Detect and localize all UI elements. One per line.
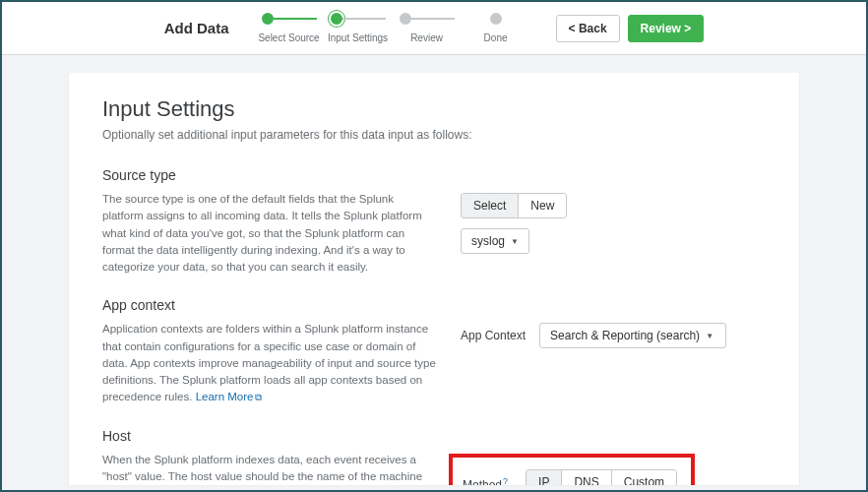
wizard-connector bbox=[342, 18, 386, 20]
host-method-ip-button[interactable]: IP bbox=[526, 469, 562, 487]
wizard-dot bbox=[400, 13, 411, 25]
host-text: When the Splunk platform indexes data, e… bbox=[102, 454, 422, 487]
wizard-step-done: Done bbox=[462, 13, 530, 43]
app-frame: Add Data Select Source Input Se bbox=[0, 0, 868, 492]
wizard-title: Add Data bbox=[164, 20, 229, 36]
app-context-text: Application contexts are folders within … bbox=[102, 323, 436, 402]
section-controls-host: Method? IP DNS Custom bbox=[461, 452, 766, 487]
app-context-dropdown-value: Search & Reporting (search) bbox=[550, 329, 700, 342]
section-heading-source-type: Source type bbox=[102, 167, 766, 183]
topbar-actions: < Back Review > bbox=[556, 15, 705, 42]
app-context-label: App Context bbox=[461, 323, 526, 342]
host-method-highlight: Method? IP DNS Custom bbox=[449, 454, 695, 487]
source-type-new-button[interactable]: New bbox=[518, 193, 567, 218]
source-type-toggle: Select New bbox=[461, 193, 567, 218]
help-icon[interactable]: ? bbox=[503, 476, 508, 486]
section-row-source-type: The source type is one of the default fi… bbox=[102, 191, 766, 276]
source-type-select-button[interactable]: Select bbox=[461, 193, 519, 218]
section-text-source-type: The source type is one of the default fi… bbox=[102, 191, 437, 276]
wizard-step-select-source: Select Source bbox=[255, 13, 324, 43]
caret-down-icon: ▼ bbox=[706, 332, 713, 340]
section-controls-app-context: App Context Search & Reporting (search) … bbox=[461, 321, 766, 348]
wizard-dot bbox=[262, 13, 274, 25]
section-heading-host: Host bbox=[102, 428, 766, 444]
host-method-label: Method? bbox=[463, 472, 508, 487]
wizard-dot bbox=[490, 13, 502, 25]
wizard-steps: Select Source Input Settings R bbox=[255, 13, 530, 43]
host-method-custom-button[interactable]: Custom bbox=[611, 469, 677, 487]
wizard-step-label: Done bbox=[462, 32, 530, 43]
wizard-step-label: Input Settings bbox=[324, 32, 393, 43]
wizard-dot bbox=[331, 13, 342, 25]
wizard-connector bbox=[411, 18, 455, 20]
wizard-step-input-settings: Input Settings bbox=[324, 13, 393, 43]
topbar: Add Data Select Source Input Se bbox=[2, 2, 866, 55]
wizard-step-label: Review bbox=[393, 32, 462, 43]
wizard-step-label: Select Source bbox=[255, 32, 324, 43]
source-type-dropdown-value: syslog bbox=[471, 234, 505, 248]
wizard-step-review: Review bbox=[393, 13, 462, 43]
page-title: Input Settings bbox=[102, 96, 766, 122]
learn-more-link-app-context[interactable]: Learn More⧉ bbox=[196, 391, 263, 402]
section-row-host: When the Splunk platform indexes data, e… bbox=[102, 452, 766, 487]
host-method-toggle: IP DNS Custom bbox=[526, 469, 677, 487]
page-description: Optionally set additional input paramete… bbox=[102, 128, 766, 142]
caret-down-icon: ▼ bbox=[511, 237, 519, 246]
app-context-dropdown[interactable]: Search & Reporting (search) ▼ bbox=[539, 323, 726, 348]
back-button[interactable]: < Back bbox=[556, 15, 620, 42]
wizard-connector bbox=[274, 18, 317, 20]
section-text-app-context: Application contexts are folders within … bbox=[102, 321, 437, 405]
review-button[interactable]: Review > bbox=[628, 15, 705, 42]
section-text-host: When the Splunk platform indexes data, e… bbox=[102, 452, 437, 487]
source-type-dropdown[interactable]: syslog ▼ bbox=[461, 228, 529, 254]
section-controls-source-type: Select New syslog ▼ bbox=[461, 191, 766, 254]
topbar-inner: Add Data Select Source Input Se bbox=[22, 13, 846, 43]
host-method-dns-button[interactable]: DNS bbox=[561, 469, 611, 487]
main-card: Input Settings Optionally set additional… bbox=[68, 73, 800, 486]
section-heading-app-context: App context bbox=[102, 297, 766, 313]
section-row-app-context: Application contexts are folders within … bbox=[102, 321, 766, 405]
external-link-icon: ⧉ bbox=[255, 392, 262, 402]
